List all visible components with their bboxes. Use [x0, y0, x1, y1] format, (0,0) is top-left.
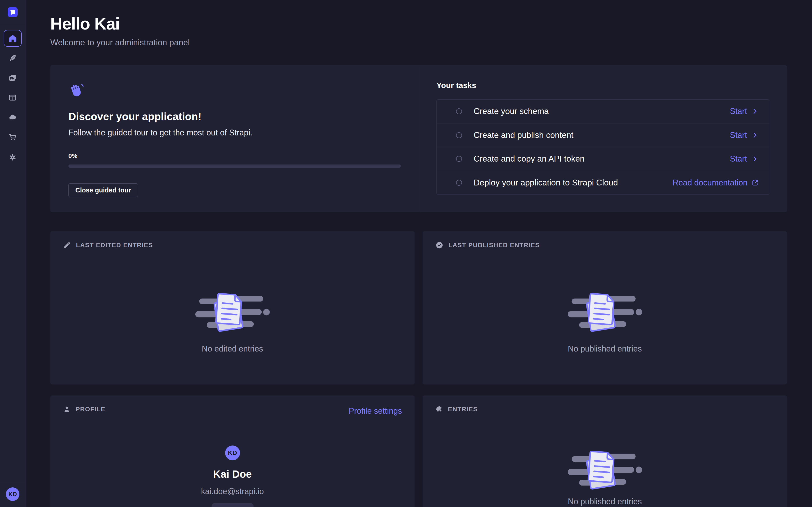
strapi-logo[interactable]: [8, 7, 17, 17]
gear-icon: [9, 153, 17, 161]
last-published-entries-card: LAST PUBLISHED ENTRIES: [423, 231, 787, 384]
task-start-link[interactable]: Start: [730, 107, 759, 116]
cloud-icon: [8, 113, 17, 122]
card-title: PROFILE: [75, 406, 105, 413]
task-action-label: Read documentation: [673, 178, 748, 187]
sidebar-item-marketplace[interactable]: [8, 133, 17, 142]
cart-icon: [9, 133, 17, 141]
task-row-api-token[interactable]: Create and copy an API token Start: [437, 147, 769, 171]
task-action-label: Start: [730, 154, 747, 164]
card-title: LAST EDITED ENTRIES: [76, 241, 153, 249]
empty-state: [568, 447, 642, 493]
entries-card: ENTRIES: [423, 395, 787, 507]
profile-card: PROFILE Profile settings KD Kai Doe kai.…: [50, 395, 415, 507]
progress-bar: [68, 165, 401, 168]
close-guided-tour-button[interactable]: Close guided tour: [68, 183, 138, 197]
feather-icon: [9, 54, 17, 62]
card-header: LAST PUBLISHED ENTRIES: [435, 241, 540, 249]
documents-illustration: [195, 289, 270, 334]
sidebar-item-media-library[interactable]: [8, 73, 17, 82]
task-label: Create your schema: [474, 107, 730, 116]
chevron-right-icon: [751, 108, 759, 115]
profile-role-badge: [212, 503, 254, 507]
card-header: ENTRIES: [435, 405, 478, 413]
documents-illustration: [568, 289, 642, 334]
empty-state-caption: No published entries: [423, 497, 787, 506]
tasks-heading: Your tasks: [437, 81, 769, 90]
profile-avatar: KD: [225, 446, 240, 460]
task-action-label: Start: [730, 107, 747, 116]
person-icon: [63, 405, 70, 413]
task-status-circle: [456, 108, 462, 114]
guided-tour-subtitle: Follow the guided tour to get the most o…: [68, 128, 401, 137]
guided-tour-title: Discover your application!: [68, 110, 401, 123]
last-edited-entries-card: LAST EDITED ENTRIES: [50, 231, 415, 384]
task-status-circle: [456, 132, 462, 138]
external-link-icon: [752, 179, 759, 186]
task-row-publish-content[interactable]: Create and publish content Start: [437, 123, 769, 147]
task-status-circle: [456, 156, 462, 162]
task-label: Deploy your application to Strapi Cloud: [474, 178, 673, 187]
sidebar-item-content-type-builder[interactable]: [8, 93, 17, 102]
progress-percent-label: 0%: [68, 152, 401, 160]
empty-state-caption: No published entries: [568, 344, 642, 353]
task-row-create-schema[interactable]: Create your schema Start: [437, 100, 769, 123]
profile-email: kai.doe@strapi.io: [50, 487, 415, 496]
pencil-icon: [63, 241, 71, 249]
strapi-admin-dashboard: KD Hello Kai Welcome to your administrat…: [0, 0, 812, 507]
task-action-label: Start: [730, 130, 747, 140]
task-label: Create and publish content: [474, 130, 730, 140]
empty-state: No published entries: [423, 258, 787, 384]
profile-name: Kai Doe: [50, 468, 415, 480]
empty-state: No edited entries: [50, 258, 415, 384]
tasks-list: Create your schema Start Create and publ…: [437, 99, 769, 195]
sidebar-item-home[interactable]: [4, 30, 22, 47]
puzzle-icon: [435, 405, 443, 413]
chevron-right-icon: [751, 131, 759, 139]
card-title: ENTRIES: [448, 406, 478, 413]
home-icon: [8, 34, 17, 43]
chevron-right-icon: [751, 155, 759, 163]
sidebar-item-cloud[interactable]: [8, 113, 17, 122]
strapi-logo-icon: [8, 8, 17, 17]
guided-tour-pane: Discover your application! Follow the gu…: [50, 65, 419, 212]
sidebar-divider: [0, 25, 25, 25]
read-documentation-link[interactable]: Read documentation: [673, 178, 759, 187]
images-icon: [9, 74, 17, 82]
tasks-pane: Your tasks Create your schema Start Crea…: [419, 65, 787, 212]
task-start-link[interactable]: Start: [730, 130, 759, 140]
documents-illustration: [568, 447, 642, 492]
card-title: LAST PUBLISHED ENTRIES: [448, 241, 540, 249]
page-subtitle: Welcome to your administration panel: [50, 38, 190, 47]
page-title: Hello Kai: [50, 13, 120, 34]
empty-state-caption: No edited entries: [202, 344, 263, 353]
guided-tour-card: Discover your application! Follow the gu…: [50, 65, 787, 212]
task-status-circle: [456, 180, 462, 186]
waving-hand-icon: [68, 83, 85, 99]
sidebar: KD: [0, 0, 26, 507]
profile-settings-link[interactable]: Profile settings: [349, 406, 402, 416]
task-start-link[interactable]: Start: [730, 154, 759, 164]
card-header: PROFILE: [63, 405, 105, 413]
task-row-deploy-cloud[interactable]: Deploy your application to Strapi Cloud …: [437, 171, 769, 195]
card-header: LAST EDITED ENTRIES: [63, 241, 153, 249]
check-circle-icon: [435, 241, 444, 249]
sidebar-item-content-manager[interactable]: [8, 54, 17, 62]
sidebar-item-settings[interactable]: [8, 153, 17, 162]
layout-icon: [9, 94, 17, 102]
task-label: Create and copy an API token: [474, 154, 730, 164]
user-avatar[interactable]: KD: [6, 488, 19, 501]
